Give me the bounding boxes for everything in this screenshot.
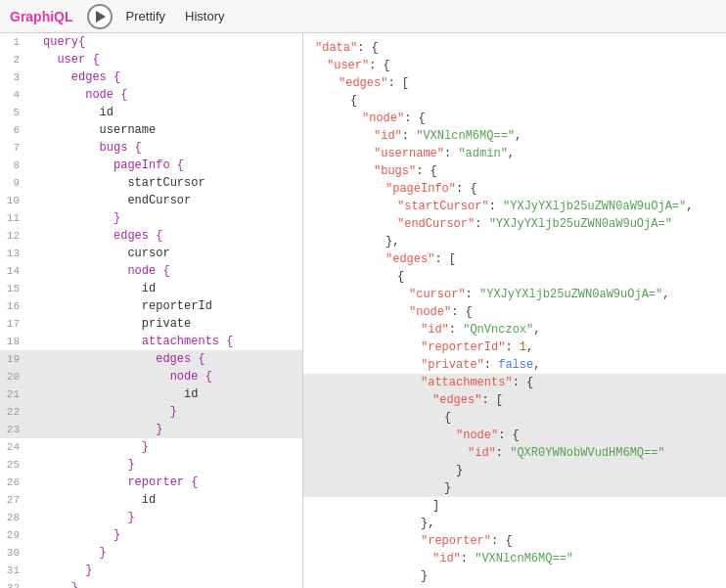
query-line: 27 id: [0, 491, 302, 509]
response-line-content: }: [303, 479, 726, 497]
response-line-content: "data": {: [303, 39, 726, 57]
response-line: "startCursor": "YXJyYXljb25uZWN0aW9uOjA=…: [303, 198, 726, 215]
query-line: 10 endCursor: [0, 192, 302, 209]
line-content: endCursor: [43, 192, 302, 209]
response-line-content: {: [303, 409, 726, 427]
response-line-content: "pageInfo": {: [303, 180, 726, 198]
response-line-content: "cursor": "YXJyYXljb25uZWN0aW9uOjA=",: [303, 286, 726, 303]
line-number: 30: [0, 544, 27, 562]
line-number: 25: [0, 456, 27, 474]
graphiql-logo: GraphiQL: [10, 9, 73, 24]
query-line: 22 }: [0, 403, 302, 421]
line-number: 31: [0, 562, 27, 579]
query-line: 8 pageInfo {: [0, 157, 302, 174]
response-line: {: [303, 268, 726, 286]
line-content: edges {: [43, 350, 302, 368]
query-line: 16 reporterId: [0, 297, 302, 315]
response-line: "node": {: [303, 303, 726, 321]
response-line: }: [303, 567, 726, 585]
line-content: }: [43, 509, 302, 526]
response-line: "private": false,: [303, 356, 726, 374]
line-content: id: [43, 280, 302, 297]
query-line: 18 attachments {: [0, 333, 302, 350]
query-line: 32 }: [0, 579, 302, 588]
line-content: }: [43, 421, 302, 438]
query-line: 4 node {: [0, 86, 302, 104]
response-line: "username": "admin",: [303, 145, 726, 162]
line-number: 32: [0, 579, 27, 588]
response-line-content: "node": {: [303, 427, 726, 444]
response-line-content: "username": "admin",: [303, 145, 726, 162]
line-number: 26: [0, 474, 27, 491]
line-content: }: [43, 209, 302, 227]
query-line: 13 cursor: [0, 245, 302, 262]
query-line: 25 }: [0, 456, 302, 474]
response-line-content: "reporterId": 1,: [303, 339, 726, 356]
line-number: 1: [0, 33, 27, 51]
response-line: "reporterId": 1,: [303, 339, 726, 356]
query-line: 24 }: [0, 438, 302, 456]
response-line: "user": {: [303, 57, 726, 74]
line-number: 15: [0, 280, 27, 297]
response-line: "edges": [: [303, 391, 726, 409]
query-line: 29 }: [0, 526, 302, 544]
response-line-content: }: [303, 462, 726, 479]
line-content: attachments {: [43, 333, 302, 350]
response-line: "edges": [: [303, 250, 726, 268]
response-viewer: "data": {"user": {"edges": [{"node": {"i…: [303, 33, 726, 588]
line-content: reporterId: [43, 297, 302, 315]
line-number: 29: [0, 526, 27, 544]
response-line-content: "node": {: [303, 303, 726, 321]
line-content: }: [43, 456, 302, 474]
response-line-content: "id": "VXNlcnM6MQ==": [303, 550, 726, 567]
prettify-button[interactable]: Prettify: [120, 7, 171, 25]
response-line: }: [303, 462, 726, 479]
query-line: 2 user {: [0, 51, 302, 68]
query-line: 7 bugs {: [0, 139, 302, 157]
response-line: "endCursor": "YXJyYXljb25uZWN0aW9uOjA=": [303, 215, 726, 233]
response-line: "node": {: [303, 110, 726, 127]
toolbar: GraphiQL Prettify History: [0, 0, 726, 33]
query-line: 11 }: [0, 209, 302, 227]
query-line: 1query{: [0, 33, 302, 51]
response-line-content: "bugs": {: [303, 162, 726, 180]
query-code-area[interactable]: 1query{2 user {3 edges {4 node {5 id6 us…: [0, 33, 302, 588]
response-line-content: "edges": [: [303, 250, 726, 268]
response-line: "edges": [: [303, 74, 726, 92]
response-line: "attachments": {: [303, 374, 726, 391]
query-line: 19 edges {: [0, 350, 302, 368]
line-content: node {: [43, 368, 302, 385]
response-line: "id": "QXR0YWNobWVudHM6MQ==": [303, 444, 726, 462]
line-content: user {: [43, 51, 302, 68]
response-line-content: "id": "QnVnczox",: [303, 321, 726, 339]
response-line: "reporter": {: [303, 532, 726, 550]
response-line: }: [303, 479, 726, 497]
line-content: }: [43, 562, 302, 579]
response-line: "node": {: [303, 427, 726, 444]
response-line: {: [303, 409, 726, 427]
query-editor[interactable]: 1query{2 user {3 edges {4 node {5 id6 us…: [0, 33, 303, 588]
query-line: 20 node {: [0, 368, 302, 385]
line-content: private: [43, 315, 302, 333]
query-line: 28 }: [0, 509, 302, 526]
line-content: id: [43, 385, 302, 403]
query-line: 17 private: [0, 315, 302, 333]
response-line-content: "private": false,: [303, 356, 726, 374]
line-number: 4: [0, 86, 27, 104]
play-button[interactable]: [87, 4, 113, 29]
line-number: 21: [0, 385, 27, 403]
line-number: 22: [0, 403, 27, 421]
query-line: 5 id: [0, 104, 302, 121]
query-line: 3 edges {: [0, 68, 302, 86]
history-button[interactable]: History: [179, 7, 230, 25]
response-line-content: "node": {: [303, 110, 726, 127]
line-number: 18: [0, 333, 27, 350]
response-line-content: "id": "VXNlcnM6MQ==",: [303, 127, 726, 145]
response-line-content: ]: [303, 497, 726, 515]
line-content: cursor: [43, 245, 302, 262]
line-content: edges {: [43, 227, 302, 245]
response-line-content: "startCursor": "YXJyYXljb25uZWN0aW9uOjA=…: [303, 198, 726, 215]
line-number: 19: [0, 350, 27, 368]
line-content: node {: [43, 262, 302, 280]
line-number: 3: [0, 68, 27, 86]
